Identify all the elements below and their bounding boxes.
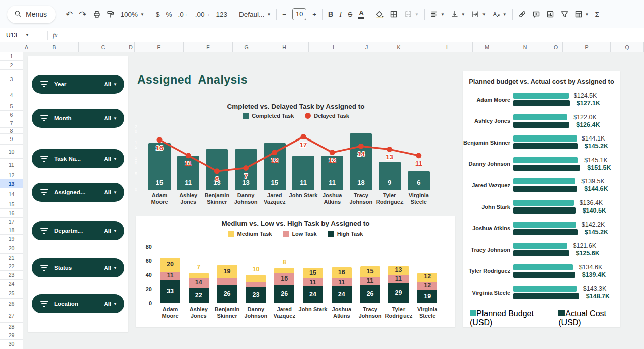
row-header-19[interactable]: 19 bbox=[0, 235, 23, 243]
insert-chart-button[interactable] bbox=[543, 7, 557, 22]
filter-value[interactable]: All▼ bbox=[104, 189, 117, 195]
vertical-align-button[interactable]: ▼ bbox=[448, 7, 468, 22]
row-header-29[interactable]: 29 bbox=[0, 331, 23, 340]
menus-button[interactable]: Menus bbox=[7, 6, 56, 23]
column-header-N[interactable]: N bbox=[501, 42, 549, 52]
column-header-K[interactable]: K bbox=[375, 42, 423, 52]
name-box[interactable]: U13 ▼ bbox=[0, 32, 47, 39]
row-header-5[interactable]: 5 bbox=[0, 102, 23, 111]
column-header-Q[interactable]: Q bbox=[611, 42, 644, 52]
row-header-3[interactable]: 3 bbox=[0, 70, 23, 88]
column-header-E[interactable]: E bbox=[135, 42, 184, 52]
font-size-increase-button[interactable]: + bbox=[309, 7, 319, 22]
column-header-F[interactable]: F bbox=[184, 42, 233, 52]
sheet-cells[interactable]: YearAll▼MonthAll▼Task Na...All▼Assigned.… bbox=[23, 52, 644, 349]
filter-views-button[interactable]: ▼ bbox=[572, 7, 592, 22]
filter-value[interactable]: All▼ bbox=[104, 81, 117, 87]
filter-pill-location[interactable]: LocationAll▼ bbox=[32, 294, 124, 313]
column-header-G[interactable]: G bbox=[233, 42, 260, 52]
row-header-25[interactable]: 25 bbox=[0, 288, 23, 299]
text-wrap-button[interactable]: ▼ bbox=[468, 7, 489, 22]
row-header-1[interactable]: 1 bbox=[0, 52, 23, 61]
column-header-P[interactable]: P bbox=[563, 42, 611, 52]
italic-button[interactable]: I bbox=[336, 7, 345, 22]
row-header-7[interactable]: 7 bbox=[0, 119, 23, 128]
row-header-17[interactable]: 17 bbox=[0, 218, 23, 226]
borders-button[interactable] bbox=[387, 7, 401, 22]
insert-link-button[interactable] bbox=[515, 7, 529, 22]
filter-pill-departm[interactable]: Departm...All▼ bbox=[32, 221, 124, 240]
budget-cost-chart[interactable]: Planned budget vs. Actual cost by Assign… bbox=[463, 71, 620, 327]
column-header-L[interactable]: L bbox=[423, 42, 473, 52]
horizontal-align-button[interactable]: ▼ bbox=[427, 7, 448, 22]
functions-button[interactable]: Σ bbox=[592, 7, 602, 22]
filter-pill-assigned[interactable]: Assigned...All▼ bbox=[32, 183, 124, 202]
row-header-9[interactable]: 9 bbox=[0, 134, 23, 145]
row-header-27[interactable]: 27 bbox=[0, 309, 23, 323]
zoom-select[interactable]: 100%▼ bbox=[118, 7, 147, 22]
row-header-4[interactable]: 4 bbox=[0, 88, 23, 102]
increase-decimal-button[interactable]: .00→ bbox=[192, 7, 213, 22]
row-header-21[interactable]: 21 bbox=[0, 254, 23, 262]
undo-button[interactable]: ↶ bbox=[63, 7, 76, 22]
strikethrough-button[interactable]: S bbox=[345, 7, 355, 22]
row-header-30[interactable]: 30 bbox=[0, 340, 23, 348]
format-currency-button[interactable]: $ bbox=[153, 7, 163, 22]
column-header-I[interactable]: I bbox=[309, 42, 358, 52]
row-header-20[interactable]: 20 bbox=[0, 243, 23, 254]
column-header-A[interactable]: A bbox=[23, 42, 30, 52]
filter-pill-month[interactable]: MonthAll▼ bbox=[32, 109, 124, 128]
row-header-6[interactable]: 6 bbox=[0, 111, 23, 119]
filter-pill-status[interactable]: StatusAll▼ bbox=[32, 258, 124, 277]
fill-color-button[interactable] bbox=[373, 7, 387, 22]
paint-format-button[interactable] bbox=[104, 7, 118, 22]
font-size-input[interactable]: 10 bbox=[289, 7, 309, 22]
filter-value[interactable]: All▼ bbox=[104, 115, 117, 121]
row-header-2[interactable]: 2 bbox=[0, 61, 23, 70]
completed-delayed-chart[interactable]: Cmpleted vs. Delayed Task by Assigned to… bbox=[135, 101, 457, 212]
filter-value[interactable]: All▼ bbox=[104, 301, 117, 307]
filter-value[interactable]: All▼ bbox=[104, 228, 117, 234]
row-header-8[interactable]: 8 bbox=[0, 128, 23, 134]
filter-value[interactable]: All▼ bbox=[104, 156, 117, 162]
insert-comment-button[interactable] bbox=[529, 7, 543, 22]
column-header-C[interactable]: C bbox=[79, 42, 127, 52]
font-size-decrease-button[interactable]: − bbox=[279, 7, 289, 22]
decrease-decimal-button[interactable]: .0← bbox=[175, 7, 192, 22]
row-header-28[interactable]: 28 bbox=[0, 323, 23, 331]
bold-button[interactable]: B bbox=[325, 7, 336, 22]
row-header-16[interactable]: 16 bbox=[0, 209, 23, 218]
select-all-corner[interactable] bbox=[0, 42, 23, 52]
row-header-18[interactable]: 18 bbox=[0, 226, 23, 235]
row-header-10[interactable]: 10 bbox=[0, 145, 23, 159]
formula-input[interactable] bbox=[57, 28, 644, 42]
chevron-down-icon[interactable]: ▼ bbox=[25, 33, 29, 37]
row-header-15[interactable]: 15 bbox=[0, 200, 23, 209]
print-button[interactable] bbox=[90, 7, 104, 22]
font-select[interactable]: Defaul...▼ bbox=[236, 7, 274, 22]
column-header-M[interactable]: M bbox=[473, 42, 501, 52]
redo-button[interactable]: ↷ bbox=[76, 7, 89, 22]
row-header-24[interactable]: 24 bbox=[0, 280, 23, 288]
create-filter-button[interactable] bbox=[557, 7, 572, 22]
column-header-B[interactable]: B bbox=[30, 42, 79, 52]
text-color-button[interactable]: A bbox=[355, 7, 367, 22]
row-header-14[interactable]: 14 bbox=[0, 188, 23, 200]
row-header-22[interactable]: 22 bbox=[0, 262, 23, 271]
row-header-11[interactable]: 11 bbox=[0, 159, 23, 171]
filter-pill-year[interactable]: YearAll▼ bbox=[32, 75, 124, 94]
column-header-O[interactable]: O bbox=[549, 42, 563, 52]
format-percent-button[interactable]: % bbox=[163, 7, 175, 22]
filter-value[interactable]: All▼ bbox=[104, 265, 117, 271]
row-header-13[interactable]: 13 bbox=[0, 179, 23, 188]
row-header-12[interactable]: 12 bbox=[0, 171, 23, 179]
column-header-D[interactable]: D bbox=[127, 42, 135, 52]
filter-pill-taskna[interactable]: Task Na...All▼ bbox=[32, 149, 124, 168]
medium-low-high-chart[interactable]: Medium vs. Low vs. High Task by Assigned… bbox=[136, 216, 455, 327]
row-header-26[interactable]: 26 bbox=[0, 299, 23, 309]
column-header-H[interactable]: H bbox=[260, 42, 309, 52]
text-rotation-button[interactable]: A▼ bbox=[489, 7, 510, 22]
more-formats-button[interactable]: 123 bbox=[213, 7, 231, 22]
row-header-23[interactable]: 23 bbox=[0, 271, 23, 280]
column-header-J[interactable]: J bbox=[358, 42, 375, 52]
